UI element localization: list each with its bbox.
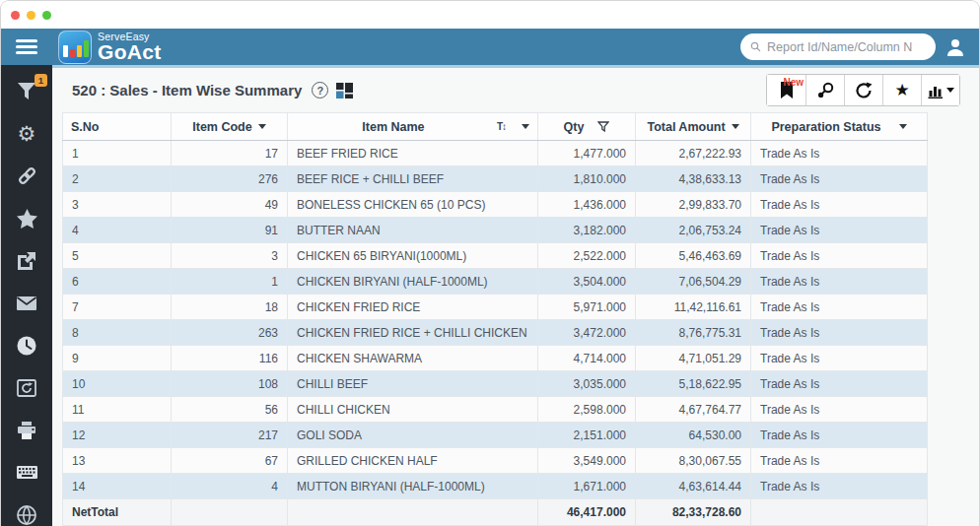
column-header-preparation-status[interactable]: Preparation Status [751,113,928,141]
table-row[interactable]: 7 18 CHICKEN FRIED RICE 5,971.000 11,42,… [63,295,928,320]
table-row[interactable]: 14 4 MUTTON BIRYANI (HALF-1000ML) 1,671.… [63,474,928,499]
cell-qty: 2,598.000 [538,397,636,423]
cell-qty: 1,810.000 [538,166,636,192]
cell-item-name: BUTTER NAAN [288,218,538,243]
minimize-window-icon[interactable] [27,11,35,20]
table-row[interactable]: 11 56 CHILLI CHICKEN 2,598.000 4,67,764.… [63,397,928,423]
column-header-qty[interactable]: Qty [538,113,636,141]
cell-sno: 10 [63,371,172,397]
globe-icon [17,505,36,525]
sidebar-item-globe[interactable] [15,504,38,525]
column-label: Qty [564,120,585,134]
app-window: ServeEasy GoAct 1 [0,0,980,526]
brand-name-bottom: GoAct [98,41,162,62]
cell-item-code: 108 [172,371,288,397]
sidebar-item-window-refresh[interactable] [15,377,38,398]
user-profile-button[interactable] [945,37,965,57]
sidebar-item-settings[interactable]: ⚙ [15,123,38,144]
cell-item-code: 18 [172,295,288,320]
cell-item-name: CHILLI BEEF [288,371,538,397]
grid-icon[interactable] [336,83,353,99]
sidebar-item-filter[interactable]: 1 [15,81,38,101]
refresh-button[interactable] [844,75,882,105]
sidebar-item-history[interactable] [15,335,38,356]
bookmark-new-button[interactable]: New [767,75,805,105]
table-row[interactable]: 13 67 GRILLED CHICKEN HALF 3,549.000 8,3… [63,448,928,474]
cell-item-code: 263 [172,320,288,346]
table-row[interactable]: 5 3 CHICKEN 65 BIRYANI(1000ML) 2,522.000… [63,243,928,269]
cell-sno: 8 [63,320,172,346]
browser-titlebar [1,1,979,29]
printer-icon [17,422,36,439]
column-label: Item Name [362,120,424,134]
sidebar-item-links[interactable] [15,165,38,186]
help-icon[interactable]: ? [312,82,328,99]
sort-caret-icon [258,124,266,129]
search-input[interactable] [767,40,926,54]
cell-total-amount: 8,76,775.31 [636,320,751,346]
net-total-row: NetTotal 46,417.000 82,33,728.60 [63,499,928,526]
table-row[interactable]: 10 108 CHILLI BEEF 3,035.000 5,18,622.95… [63,371,928,397]
maximize-window-icon[interactable] [42,11,51,20]
column-label: Item Code [192,120,251,134]
chart-icon [928,82,944,99]
cell-prep-status: Trade As Is [751,474,928,499]
cell-item-name: BONELESS CHICKEN 65 (10 PCS) [288,192,538,218]
page-title: 520 : Sales - Item Wise Summary [72,82,302,99]
table-row[interactable]: 3 49 BONELESS CHICKEN 65 (10 PCS) 1,436.… [63,192,928,218]
table-row[interactable]: 1 17 BEEF FRIED RICE 1,477.000 2,67,222.… [63,141,928,166]
column-header-item-code[interactable]: Item Code [172,113,288,141]
cell-item-name: CHICKEN FRIED RICE + CHILLI CHICKEN [288,320,538,346]
cell-item-code: 1 [172,269,288,295]
cell-item-code: 56 [172,397,288,423]
window-refresh-icon [17,379,36,397]
cell-prep-status: Trade As Is [751,346,928,371]
sidebar-item-keyboard[interactable] [15,462,38,483]
cell-qty: 3,182.000 [538,218,636,243]
table-row[interactable]: 6 1 CHICKEN BIRYANI (HALF-1000ML) 3,504.… [63,269,928,295]
table-header-row: S.No Item Code Item NameT↕ Qty [63,113,928,141]
keyboard-icon [17,466,37,479]
column-header-sno[interactable]: S.No [63,113,172,141]
table-row[interactable]: 4 91 BUTTER NAAN 3,182.000 2,06,753.24 T… [63,218,928,243]
key-button[interactable] [805,75,844,105]
cell-qty: 1,477.000 [538,141,636,166]
sidebar-item-mail[interactable] [15,293,38,313]
table-row[interactable]: 8 263 CHICKEN FRIED RICE + CHILLI CHICKE… [63,320,928,346]
app-logo: ServeEasy GoAct [58,31,162,64]
table-row[interactable]: 2 276 BEEF RICE + CHILLI BEEF 1,810.000 … [63,166,928,192]
sidebar-item-favorites[interactable] [15,208,38,229]
link-icon [17,165,37,186]
cell-item-name: MUTTON BIRYANI (HALF-1000ML) [288,474,538,499]
cell-item-code: 217 [172,423,288,448]
favorite-button[interactable]: ★ [882,75,921,105]
cell-item-code: 3 [172,243,288,269]
column-header-item-name[interactable]: Item NameT↕ [288,113,538,141]
column-label: S.No [71,120,99,134]
column-header-total-amount[interactable]: Total Amount [636,113,751,141]
cell-sno: 2 [63,166,172,192]
cell-prep-status: Trade As Is [751,371,928,397]
sidebar-item-share[interactable] [15,250,38,271]
user-icon [945,37,965,57]
report-search-box [740,33,936,60]
filter-icon [17,82,36,100]
cell-prep-status: Trade As Is [751,320,928,346]
filter-icon [597,121,609,133]
cell-qty: 2,151.000 [538,423,636,448]
cell-prep-status: Trade As Is [751,218,928,243]
table-row[interactable]: 12 217 GOLI SODA 2,151.000 64,530.00 Tra… [63,423,928,448]
sort-caret-icon [522,124,529,129]
net-total-qty: 46,417.000 [538,499,636,526]
sidebar-item-print[interactable] [15,420,38,440]
search-icon [750,39,761,54]
hamburger-menu-button[interactable] [1,39,52,55]
cell-item-code: 49 [172,192,288,218]
table-row[interactable]: 9 116 CHICKEN SHAWARMA 4,714.000 4,71,05… [63,346,928,371]
chevron-down-icon [946,88,954,93]
cell-total-amount: 2,06,753.24 [636,218,751,243]
chart-view-button[interactable] [921,75,959,105]
cell-item-name: CHICKEN SHAWARMA [288,346,538,371]
close-window-icon[interactable] [11,11,20,20]
cell-total-amount: 2,99,833.70 [636,192,751,218]
